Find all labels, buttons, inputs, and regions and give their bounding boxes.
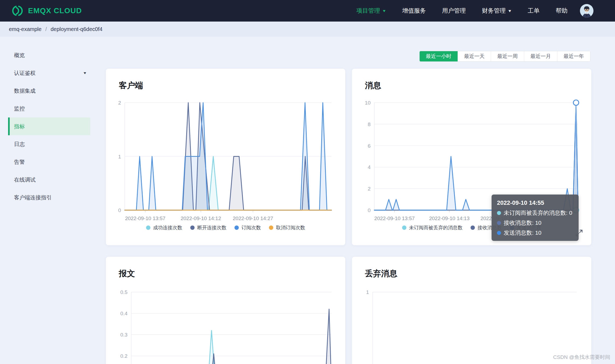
legend-label: 订阅次数 [241,224,261,231]
series-dot-icon [402,226,406,230]
breadcrumb-separator: / [45,26,47,32]
tooltip-row-text: 接收消息数: 10 [504,219,541,227]
breadcrumb: emq-example / deployment-q6dec0f4 [0,22,615,37]
chart-tooltip: 2022-09-10 14:55 未订阅而被丢弃的消息数: 0接收消息数: 10… [492,195,579,241]
nav-item-label: 用户管理 [442,7,466,15]
tooltip-row-text: 发送消息数: 10 [504,229,541,237]
series-dot-icon [471,226,475,230]
sidebar-item-数据集成[interactable]: 数据集成 [8,82,90,100]
sidebar-item-监控[interactable]: 监控 [8,100,90,117]
svg-text:1: 1 [118,154,121,160]
legend-clients: 成功连接次数断开连接次数订阅次数取消订阅次数 [106,224,345,231]
legend-item-成功连接次数[interactable]: 成功连接次数 [146,224,182,231]
tooltip-row: 接收消息数: 10 [497,219,572,227]
legend-label: 成功连接次数 [153,224,182,231]
svg-text:0.4: 0.4 [120,311,128,316]
chart-card-packets: 报文00.10.20.30.40.5 [106,257,345,364]
clients-chart-canvas[interactable]: 0122022-09-10 13:572022-09-10 14:122022-… [106,69,345,245]
svg-text:2: 2 [368,186,371,192]
svg-text:2022-09-10 14:27: 2022-09-10 14:27 [233,216,273,221]
chevron-down-icon: ▼ [382,9,386,13]
nav-item-帮助[interactable]: 帮助 [556,7,568,15]
packets-chart-canvas[interactable]: 00.10.20.30.40.5 [106,257,345,364]
main-nav: 项目管理▼增值服务用户管理财务管理▼工单帮助 [356,7,568,15]
emqx-logo-icon [11,5,24,17]
avatar-person-icon [580,4,593,18]
legend-label: 未订阅而被丢弃的消息数 [409,224,462,231]
watermark: CSDN @鱼找水需要时间 [553,354,610,361]
sidebar-item-日志[interactable]: 日志 [8,135,90,153]
time-filter-最近一周[interactable]: 最近一周 [491,51,524,61]
series-dot-icon [269,226,273,230]
top-navbar: EMQX CLOUD 项目管理▼增值服务用户管理财务管理▼工单帮助 [0,0,615,22]
dropped-chart-canvas[interactable]: 1 [352,257,591,364]
nav-item-label: 工单 [528,7,540,15]
svg-text:2: 2 [118,100,121,106]
nav-item-财务管理[interactable]: 财务管理▼ [482,7,512,15]
brand[interactable]: EMQX CLOUD [11,5,82,17]
nav-item-label: 财务管理 [482,7,506,15]
chevron-down-icon: ▼ [83,64,87,82]
chart-card-dropped: 丢弃消息1 [352,257,591,364]
chevron-down-icon: ▼ [508,9,512,13]
legend-item-取消订阅次数[interactable]: 取消订阅次数 [269,224,305,231]
svg-text:2022-09-10 14:12: 2022-09-10 14:12 [181,216,221,221]
series-dot-icon [497,211,501,215]
legend-item-断开连接次数[interactable]: 断开连接次数 [190,224,226,231]
breadcrumb-deployment[interactable]: deployment-q6dec0f4 [51,26,102,32]
legend-item-未订阅而被丢弃的消息数[interactable]: 未订阅而被丢弃的消息数 [402,224,462,231]
sidebar-item-认证鉴权[interactable]: 认证鉴权▼ [8,64,90,82]
tooltip-row: 未订阅而被丢弃的消息数: 0 [497,209,572,217]
nav-item-增值服务[interactable]: 增值服务 [402,7,426,15]
time-filter-最近一年[interactable]: 最近一年 [557,51,590,61]
svg-text:8: 8 [368,122,371,127]
svg-text:0.5: 0.5 [120,289,127,295]
svg-text:0.3: 0.3 [120,332,127,338]
breadcrumb-project[interactable]: emq-example [9,26,42,32]
series-dot-icon [234,226,239,230]
sidebar-item-在线调试[interactable]: 在线调试 [8,171,90,189]
series-dot-icon [497,221,501,225]
svg-text:6: 6 [368,143,371,149]
time-filter-最近一天[interactable]: 最近一天 [458,51,491,61]
nav-item-label: 帮助 [556,7,568,15]
user-avatar[interactable] [580,4,593,18]
svg-text:10: 10 [365,100,371,106]
nav-item-工单[interactable]: 工单 [528,7,540,15]
legend-label: 取消订阅次数 [276,224,305,231]
tooltip-timestamp: 2022-09-10 14:55 [497,199,572,206]
svg-text:4: 4 [368,164,371,170]
time-filter-最近一小时[interactable]: 最近一小时 [420,51,458,61]
svg-text:2022-09-10 13:57: 2022-09-10 13:57 [374,216,415,221]
series-dot-icon [497,231,501,235]
time-range-filter: 最近一小时最近一天最近一周最近一月最近一年 [419,51,590,62]
sidebar-item-指标[interactable]: 指标 [8,117,90,135]
legend-item-订阅次数[interactable]: 订阅次数 [234,224,261,231]
svg-text:0.2: 0.2 [120,353,127,359]
svg-text:1: 1 [366,289,369,295]
sidebar-item-概览[interactable]: 概览 [8,46,90,64]
time-filter-最近一月[interactable]: 最近一月 [524,51,557,61]
nav-item-label: 增值服务 [402,7,426,15]
svg-text:2022-09-10 14:13: 2022-09-10 14:13 [429,216,469,221]
series-dot-icon [190,226,195,230]
sidebar-item-告警[interactable]: 告警 [8,153,90,171]
chart-card-clients: 客户端0122022-09-10 13:572022-09-10 14:1220… [106,69,345,245]
svg-text:0: 0 [118,207,121,213]
nav-item-label: 项目管理 [356,7,380,15]
svg-text:2022-09-10 13:57: 2022-09-10 13:57 [125,216,165,221]
series-dot-icon [146,226,150,230]
sidebar: 概览认证鉴权▼数据集成监控指标日志告警在线调试客户端连接指引 [0,37,90,206]
svg-text:0: 0 [368,207,371,213]
tooltip-row-text: 未订阅而被丢弃的消息数: 0 [504,209,572,217]
legend-label: 断开连接次数 [197,224,226,231]
nav-item-项目管理[interactable]: 项目管理▼ [356,7,386,15]
nav-item-用户管理[interactable]: 用户管理 [442,7,466,15]
sidebar-item-客户端连接指引[interactable]: 客户端连接指引 [8,189,90,206]
brand-title: EMQX CLOUD [28,6,82,15]
tooltip-row: 发送消息数: 10 [497,229,572,237]
